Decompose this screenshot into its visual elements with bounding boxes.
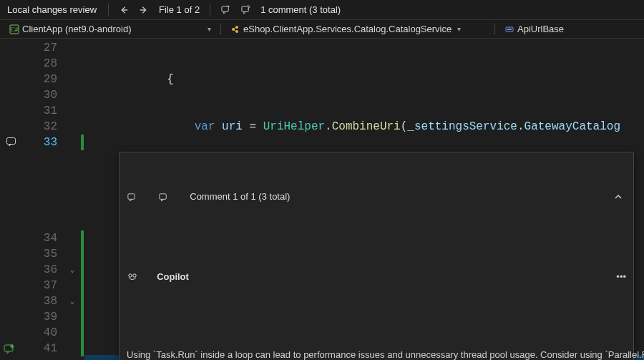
line-number: 34 <box>23 230 57 246</box>
project-name: ClientApp (net9.0-android) <box>22 24 131 34</box>
line-number: 32 <box>23 119 57 135</box>
popup-author-row: Copilot ••• <box>127 240 626 314</box>
code-line: { <box>84 72 644 87</box>
comment-thread-icon[interactable] <box>4 135 19 149</box>
member-name: ApiUrlBase <box>517 24 564 34</box>
add-comment-button[interactable] <box>1 341 17 357</box>
copilot-icon <box>127 240 152 314</box>
comment-next-icon <box>240 4 251 15</box>
code-editor[interactable]: 27 28 29 30 31 32 33 34 35 36 37 38 39 4… <box>0 39 644 360</box>
file-counter: File 1 of 2 <box>156 4 203 15</box>
svg-rect-8 <box>507 29 512 30</box>
breadcrumb-bar: C# ClientApp (net9.0-android) ▾ eShop.Cl… <box>0 20 644 39</box>
popup-title: Comment 1 of 1 (3 total) <box>190 189 290 205</box>
line-number: 27 <box>23 40 57 56</box>
chevron-down-icon: ▾ <box>208 25 211 33</box>
diff-added-marker <box>81 230 84 246</box>
diff-added-marker <box>81 293 84 309</box>
svg-rect-11 <box>128 193 135 199</box>
code-line: var uri = UriHelper.CombineUri(_settings… <box>84 119 644 135</box>
line-number: 37 <box>23 278 57 293</box>
svg-rect-0 <box>222 6 228 12</box>
arrow-right-icon <box>139 5 149 15</box>
glyph-margin <box>0 39 23 360</box>
line-number: 38 <box>23 293 57 309</box>
arrow-left-icon <box>119 5 129 15</box>
next-file-button[interactable] <box>136 2 152 18</box>
comment-prev-icon <box>220 4 231 15</box>
review-topbar: Local changes review File 1 of 2 1 comme… <box>0 0 644 20</box>
diff-added-marker <box>81 262 84 278</box>
line-number: 33 <box>23 135 57 150</box>
diff-added-marker <box>81 278 84 293</box>
diff-added-marker <box>81 309 84 325</box>
next-comment-button[interactable] <box>238 2 253 18</box>
svg-rect-1 <box>242 6 248 12</box>
separator <box>220 24 221 35</box>
topbar-title: Local changes review <box>3 4 101 15</box>
project-selector[interactable]: C# ClientApp (net9.0-android) ▾ <box>3 22 218 36</box>
line-number: 30 <box>23 87 57 103</box>
svg-rect-12 <box>160 193 166 199</box>
line-number: 35 <box>23 246 57 262</box>
member-selector[interactable]: ApiUrlBase <box>498 22 641 36</box>
comment-prev-icon[interactable] <box>127 160 152 234</box>
line-number: 39 <box>23 309 57 325</box>
svg-point-13 <box>129 274 132 277</box>
diff-added-marker <box>81 325 84 341</box>
csharp-project-icon: C# <box>9 24 19 34</box>
comment-next-icon[interactable] <box>158 160 184 234</box>
fold-gutter: ⌄ ⌄ <box>64 39 80 360</box>
separator <box>494 24 495 35</box>
popup-body: Using `Task.Run` inside a loop can lead … <box>127 349 626 360</box>
diff-added-marker <box>81 246 84 262</box>
line-number: 41 <box>23 341 57 356</box>
field-icon <box>504 24 514 34</box>
collapse-button[interactable] <box>610 189 626 205</box>
comment-popup: Comment 1 of 1 (3 total) Copilot ••• Usi… <box>119 152 634 360</box>
type-path: eShop.ClientApp.Services.Catalog.Catalog… <box>243 24 452 34</box>
diff-added-marker <box>81 341 84 356</box>
fold-toggle[interactable]: ⌄ <box>64 293 80 309</box>
more-button[interactable]: ••• <box>616 269 626 285</box>
comment-summary: 1 comment (3 total) <box>258 4 343 15</box>
chevron-down-icon: ▾ <box>457 25 461 33</box>
code-area[interactable]: { var uri = UriHelper.CombineUri(_settin… <box>84 39 644 360</box>
line-number-gutter: 27 28 29 30 31 32 33 34 35 36 37 38 39 4… <box>23 39 64 360</box>
line-number: 31 <box>23 103 57 119</box>
popup-header: Comment 1 of 1 (3 total) <box>127 188 626 205</box>
line-number: 40 <box>23 325 57 341</box>
separator <box>108 4 109 16</box>
line-number: 28 <box>23 56 57 72</box>
svg-point-14 <box>133 274 136 277</box>
prev-file-button[interactable] <box>116 2 132 18</box>
svg-text:C#: C# <box>11 26 19 33</box>
type-selector[interactable]: eShop.ClientApp.Services.Catalog.Catalog… <box>224 22 492 36</box>
popup-author: Copilot <box>157 269 189 285</box>
separator <box>210 4 210 16</box>
fold-toggle[interactable]: ⌄ <box>64 262 80 278</box>
svg-rect-9 <box>7 138 16 145</box>
line-number: 36 <box>23 262 57 278</box>
chevron-up-icon <box>614 193 623 201</box>
diff-added-marker <box>81 135 84 150</box>
line-number: 29 <box>23 72 57 87</box>
class-icon <box>230 24 240 34</box>
prev-comment-button[interactable] <box>218 2 233 18</box>
